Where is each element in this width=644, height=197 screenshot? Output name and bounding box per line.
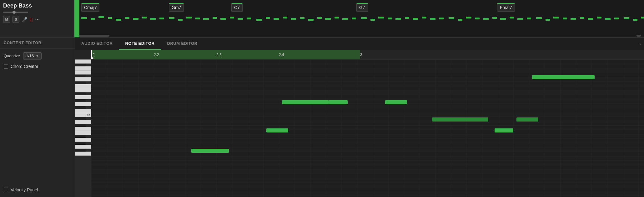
- svg-rect-50: [517, 18, 523, 20]
- note-below1[interactable]: [266, 128, 288, 132]
- scrollbar-right-arrangement[interactable]: [636, 35, 641, 37]
- grid-lines-svg: [91, 60, 644, 197]
- piano-key-black[interactable]: [75, 142, 86, 145]
- svg-rect-2: [98, 16, 104, 18]
- quantize-label: Quantize: [4, 54, 20, 58]
- piano-key-white[interactable]: [75, 84, 91, 88]
- timeline-selection: [91, 50, 360, 59]
- note-c3-2[interactable]: [516, 117, 538, 122]
- piano-key-black[interactable]: [75, 117, 86, 120]
- track-header: Deep Bass M S 🎤 ||| 〜: [0, 0, 75, 37]
- piano-key-c3[interactable]: C3: [75, 113, 91, 117]
- volume-slider[interactable]: [3, 12, 28, 13]
- waveform-svg: [75, 0, 644, 37]
- svg-rect-46: [483, 18, 489, 20]
- playhead-bar: [75, 0, 79, 37]
- piano-key-white[interactable]: [75, 109, 91, 113]
- svg-rect-38: [413, 18, 418, 20]
- svg-rect-29: [335, 17, 339, 18]
- piano-key-black[interactable]: [75, 81, 86, 84]
- piano-key-white[interactable]: [75, 70, 91, 75]
- piano-key-white[interactable]: [75, 152, 91, 156]
- note-below2[interactable]: [495, 128, 513, 132]
- note-c3-1[interactable]: [432, 117, 488, 122]
- mute-button[interactable]: M: [3, 16, 10, 23]
- svg-rect-17: [230, 17, 234, 18]
- piano-key-white[interactable]: [75, 88, 91, 92]
- svg-rect-7: [142, 17, 147, 18]
- tab-audio-editor[interactable]: AUDIO EDITOR: [75, 38, 119, 50]
- svg-rect-69: [91, 60, 644, 197]
- svg-rect-14: [203, 18, 209, 20]
- timeline-ruler: 2 2.2 2.3 2.4 3: [91, 50, 644, 60]
- piano-key-white[interactable]: [75, 77, 91, 81]
- piano-key-black[interactable]: [75, 149, 86, 152]
- mic-icon[interactable]: 🎤: [22, 17, 27, 22]
- arrangement-scrollbar[interactable]: [75, 34, 644, 37]
- piano-key-black[interactable]: [75, 124, 86, 127]
- note-bottom1[interactable]: [191, 149, 229, 153]
- chord-creator-row: Chord Creator: [4, 64, 71, 69]
- svg-rect-49: [510, 17, 514, 18]
- svg-rect-57: [580, 17, 584, 19]
- tab-drum-editor[interactable]: DRUM EDITOR: [161, 38, 204, 50]
- playhead: [91, 50, 92, 59]
- note-mid2[interactable]: [329, 100, 348, 104]
- solo-button[interactable]: S: [13, 16, 19, 23]
- svg-rect-68: [91, 60, 644, 197]
- track-area: Deep Bass M S 🎤 ||| 〜 Cmaj7 Gm7 C7 G7 Fm…: [0, 0, 644, 38]
- piano-key-white[interactable]: [75, 95, 91, 99]
- piano-key-white[interactable]: [75, 102, 91, 106]
- svg-rect-43: [458, 19, 462, 21]
- bars-icon[interactable]: |||: [30, 17, 33, 22]
- svg-rect-54: [553, 17, 559, 18]
- svg-rect-26: [308, 19, 314, 21]
- chord-creator-checkbox[interactable]: [4, 64, 8, 69]
- tab-note-editor[interactable]: NOTE EDITOR: [119, 38, 161, 50]
- left-panel-content: Quantize 1/16 ▼ Chord Creator: [0, 49, 75, 73]
- track-name: Deep Bass: [3, 3, 71, 9]
- piano-key-black[interactable]: [75, 135, 86, 138]
- svg-rect-40: [430, 18, 435, 20]
- svg-rect-47: [492, 17, 497, 19]
- svg-rect-44: [466, 17, 471, 18]
- left-panel: CONTENT EDITOR Quantize 1/16 ▼ Chord Cre…: [0, 38, 75, 197]
- piano-key-black[interactable]: [75, 106, 86, 109]
- piano-key-white[interactable]: [75, 60, 91, 64]
- svg-rect-21: [266, 17, 270, 19]
- svg-rect-20: [256, 19, 262, 21]
- svg-rect-11: [178, 19, 183, 21]
- svg-rect-53: [546, 19, 550, 21]
- ruler-marker-24: 2.4: [279, 53, 284, 57]
- piano-key-black[interactable]: [75, 75, 86, 77]
- scrollbar-thumb-arrangement[interactable]: [78, 35, 109, 37]
- piano-key-white[interactable]: [75, 145, 91, 149]
- note-mid3[interactable]: [385, 100, 407, 104]
- piano-key-black[interactable]: [75, 99, 86, 102]
- quantize-value: 1/16: [26, 54, 34, 58]
- note-top-right[interactable]: [532, 75, 595, 79]
- note-mid1[interactable]: [282, 100, 329, 104]
- velocity-panel-checkbox[interactable]: [4, 188, 8, 192]
- piano-key-white[interactable]: [75, 131, 91, 135]
- svg-rect-8: [150, 18, 156, 20]
- svg-rect-35: [388, 18, 392, 19]
- expand-icon[interactable]: ›: [636, 38, 644, 50]
- piano-key-black[interactable]: [75, 92, 86, 95]
- note-grid[interactable]: [91, 60, 644, 197]
- quantize-select[interactable]: 1/16 ▼: [23, 52, 42, 60]
- svg-rect-63: [633, 19, 637, 21]
- piano-key-white[interactable]: [75, 120, 91, 124]
- piano-key-black[interactable]: [75, 64, 86, 66]
- piano-key-white[interactable]: [75, 66, 91, 70]
- svg-rect-62: [624, 17, 629, 19]
- svg-rect-48: [500, 18, 506, 20]
- wave-icon[interactable]: 〜: [35, 17, 39, 22]
- grid-container: 2 2.2 2.3 2.4 3: [91, 50, 644, 197]
- piano-key-white[interactable]: [75, 127, 91, 131]
- svg-rect-33: [370, 19, 375, 21]
- piano-key-white[interactable]: [75, 138, 91, 142]
- svg-rect-9: [159, 18, 164, 19]
- editor-section: CONTENT EDITOR Quantize 1/16 ▼ Chord Cre…: [0, 38, 644, 197]
- svg-rect-41: [439, 18, 444, 19]
